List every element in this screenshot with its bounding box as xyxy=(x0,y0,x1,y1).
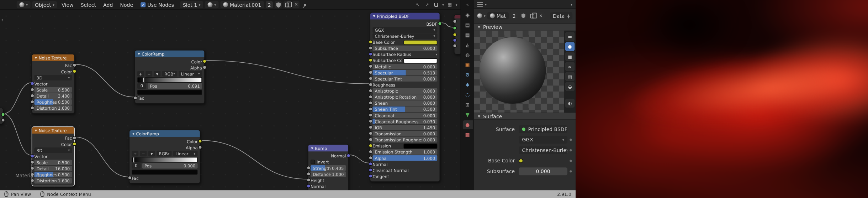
specular-tint-slider[interactable]: Specular Tint0.000 xyxy=(372,76,437,82)
vector-socket[interactable] xyxy=(452,38,456,42)
tab-world[interactable]: ◍ xyxy=(462,51,472,59)
collapse-triangle-icon[interactable]: ▼ xyxy=(138,52,140,55)
distortion-slider[interactable]: Distortion1.600 xyxy=(34,105,72,111)
animate-decorator[interactable] xyxy=(567,149,573,151)
sheen-tint-slider[interactable]: Sheen Tint0.500 xyxy=(372,106,437,112)
slot-dropdown[interactable]: Slot 1 ▾ xyxy=(180,1,203,8)
animate-decorator[interactable] xyxy=(567,160,573,162)
anisotropic-rotation-slider[interactable]: Anisotropic Rotation0.000 xyxy=(372,94,437,100)
alpha-slider[interactable]: Alpha1.000 xyxy=(372,155,437,161)
color-socket[interactable] xyxy=(72,142,76,146)
value-socket[interactable] xyxy=(30,100,34,104)
node-principled-bsdf[interactable]: ▼Principled BSDFBSDFGGX▾Christensen-Burl… xyxy=(370,12,440,182)
vector-socket[interactable] xyxy=(30,82,34,85)
preview-cube-button[interactable]: ■ xyxy=(565,52,575,61)
value-socket[interactable] xyxy=(369,119,372,123)
stop-position-slider[interactable]: Pos0.091 xyxy=(148,83,202,89)
value-socket[interactable] xyxy=(30,160,34,164)
color-socket[interactable] xyxy=(369,40,372,44)
value-socket[interactable] xyxy=(369,137,372,141)
color-socket[interactable] xyxy=(72,69,76,73)
anisotropic-slider[interactable]: Anisotropic0.000 xyxy=(372,88,437,94)
new-material-copy-icon[interactable] xyxy=(528,12,535,19)
menu-add[interactable]: Add xyxy=(100,2,116,7)
subsurface-value-slider[interactable]: 0.000 xyxy=(519,167,567,175)
specular-slider[interactable]: Specular0.513 xyxy=(372,70,437,75)
value-socket[interactable] xyxy=(369,150,372,154)
node-partial-node-right[interactable] xyxy=(454,14,461,54)
value-socket[interactable] xyxy=(369,131,372,135)
value-socket[interactable] xyxy=(72,63,76,67)
distance-slider[interactable]: Distance1.000 xyxy=(311,171,346,177)
value-socket[interactable] xyxy=(369,125,372,129)
value-socket[interactable] xyxy=(128,176,132,180)
node-header[interactable]: ▼Bump xyxy=(308,145,348,151)
value-socket[interactable] xyxy=(198,145,202,149)
preview-fluid-button[interactable]: ◒ xyxy=(565,82,575,91)
chevron-down-icon[interactable]: ▾ xyxy=(456,3,457,6)
color-mode-dropdown[interactable]: RGB▾ xyxy=(157,151,171,157)
shader-type-dropdown[interactable]: Object ▾ xyxy=(32,1,57,8)
christensen-burley-dropdown[interactable]: Christensen-Burley▾ xyxy=(372,33,437,39)
stop-index-field[interactable]: 0 xyxy=(132,163,141,169)
scale-slider[interactable]: Scale0.500 xyxy=(34,160,72,166)
use-nodes-checkbox[interactable]: ✓ xyxy=(141,2,146,7)
detail-slider[interactable]: Detail16.000 xyxy=(34,166,72,172)
collapse-triangle-icon[interactable]: ▼ xyxy=(132,132,134,135)
tab-particles[interactable]: ✱ xyxy=(462,80,472,89)
menu-node[interactable]: Node xyxy=(117,2,136,7)
gradient-stop-handle[interactable] xyxy=(143,77,144,83)
scale-slider[interactable]: Scale0.500 xyxy=(34,87,72,93)
value-socket[interactable] xyxy=(72,136,76,140)
tab-physics[interactable]: ◌ xyxy=(462,90,472,99)
ramp-options-button[interactable]: ▾ xyxy=(148,151,155,157)
insert-arrow-icon[interactable]: ↖ xyxy=(414,1,421,8)
metallic-slider[interactable]: Metallic0.000 xyxy=(372,64,437,69)
browse-material-button[interactable]: ▾ xyxy=(205,1,219,8)
tab-texture[interactable]: ▩ xyxy=(462,130,472,139)
preview-sphere-button[interactable]: ● xyxy=(565,42,575,51)
material-link-dropdown[interactable]: Data ▲▼ xyxy=(550,12,572,19)
subsurface-slider[interactable]: Subsurface0.000 xyxy=(372,46,437,51)
animate-decorator[interactable] xyxy=(567,170,573,172)
value-socket[interactable] xyxy=(30,166,34,170)
new-material-copy-icon[interactable] xyxy=(284,1,291,8)
material-name-field[interactable]: Material.001 xyxy=(221,1,264,8)
material-users-button[interactable]: 2 xyxy=(266,1,273,8)
node-colorramp-1[interactable]: ▼ColorRampColorAlpha+−▾RGB▾Linear▾0Pos0.… xyxy=(134,50,205,104)
tab-view-layer[interactable]: ▦ xyxy=(462,31,472,40)
surface-panel-header[interactable]: ▼ Surface xyxy=(474,113,576,120)
surface-shader-button[interactable]: Principled BSDF xyxy=(519,125,567,133)
value-socket[interactable] xyxy=(369,46,372,50)
add-stop-button[interactable]: + xyxy=(132,151,138,157)
node-header[interactable]: ▼Principled BSDF xyxy=(370,13,440,20)
subsurface-method-dropdown[interactable]: Christensen-Burley ▾ xyxy=(519,146,567,154)
tab-material[interactable]: ● xyxy=(462,120,472,129)
browse-material-icon[interactable] xyxy=(477,13,482,18)
shader-socket[interactable] xyxy=(452,26,456,30)
vector-socket[interactable] xyxy=(30,154,34,158)
node-header[interactable]: ▼ColorRamp xyxy=(129,130,200,137)
stop-position-slider[interactable]: Pos0.000 xyxy=(142,163,198,169)
vector-socket[interactable] xyxy=(369,174,372,178)
stop-color-swatch[interactable] xyxy=(132,170,197,174)
node-colorramp-2[interactable]: ▼ColorRampColorAlpha+−▾RGB▾Linear▾0Pos0.… xyxy=(129,130,201,183)
tab-constraints[interactable]: ⊞ xyxy=(462,100,472,109)
value-socket[interactable] xyxy=(369,101,372,105)
interpolation-dropdown[interactable]: Linear▾ xyxy=(179,71,202,77)
menu-view[interactable]: View xyxy=(59,2,76,7)
vector-socket[interactable] xyxy=(369,52,372,56)
tab-object[interactable]: ▣ xyxy=(462,61,472,69)
node-noise-texture-1[interactable]: ▼Noise TextureFacColor3D▾VectorScale0.50… xyxy=(32,54,75,114)
remove-stop-button[interactable]: − xyxy=(140,151,147,157)
value-socket[interactable] xyxy=(369,71,372,74)
value-socket[interactable] xyxy=(369,107,372,111)
node-header[interactable]: ▼Noise Texture xyxy=(32,127,74,134)
value-socket[interactable] xyxy=(306,166,310,170)
color-socket[interactable] xyxy=(452,33,456,37)
collapse-triangle-icon[interactable]: ▼ xyxy=(311,146,313,150)
properties-editor-icon[interactable] xyxy=(477,2,483,6)
vector-socket[interactable] xyxy=(306,184,310,188)
value-socket[interactable] xyxy=(369,156,372,160)
tab-output[interactable]: ▤ xyxy=(462,21,472,30)
